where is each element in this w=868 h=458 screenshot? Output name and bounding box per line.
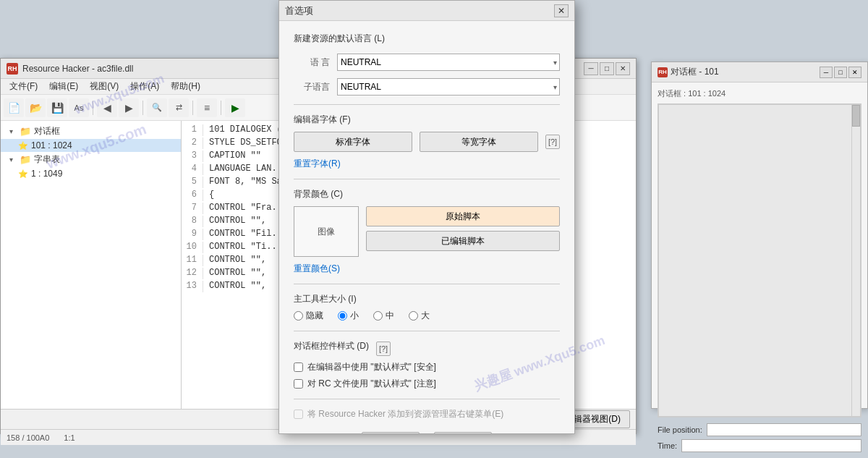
toolbar-size-title: 主工具栏大小 (I): [294, 293, 560, 305]
folder-icon2: 📁: [20, 154, 31, 165]
sublang-select[interactable]: NEUTRAL: [337, 78, 560, 96]
tree-label-1: 1 : 1049: [31, 169, 62, 179]
radio-hide[interactable]: 隐藏: [294, 310, 323, 322]
edited-script-button[interactable]: 已编辑脚本: [366, 231, 560, 251]
menu-edit[interactable]: 编辑(E): [43, 79, 84, 94]
context-menu-label: 将 Resource Hacker 添加到资源管理器右键菜单(E): [307, 408, 503, 420]
radio-large[interactable]: 大: [409, 310, 430, 322]
toolbar-sep3: [192, 101, 193, 115]
time-field: Time:: [658, 439, 861, 452]
lang-label: 语 言: [294, 56, 330, 69]
prefs-dialog: 首选项 ✕ 新建资源的默认语言 (L) 语 言 NEUTRAL ▾ 子语言 NE…: [278, 0, 575, 434]
editor-font-section: 编辑器字体 (F) 标准字体 等宽字体 [?] 重置字体(R): [294, 114, 560, 170]
radio-small-label: 小: [350, 310, 359, 322]
cancel-button[interactable]: 取消: [434, 432, 492, 433]
close-button[interactable]: ✕: [616, 62, 630, 75]
menu-action[interactable]: 操作(A): [124, 79, 165, 94]
toolbar-sep1: [93, 101, 93, 115]
radio-small-input[interactable]: [338, 311, 347, 321]
tree-label-stringtable: 字串表: [34, 153, 60, 166]
divider1: [294, 104, 560, 105]
maximize-button[interactable]: □: [600, 62, 614, 75]
dw-titlebar-buttons: ─ □ ✕: [820, 67, 861, 78]
sublang-label: 子语言: [294, 81, 330, 93]
sublang-row: 子语言 NEUTRAL ▾: [294, 78, 560, 96]
tree-panel: ▾ 📁 对话框 ⭐ 101 : 1024 ▾ 📁 字串表 ⭐ 1 : 1049: [1, 121, 182, 409]
dialog-action-buttons: 确定(O) 取消: [294, 432, 560, 433]
context-menu-checkbox-input[interactable]: [294, 410, 303, 419]
dialog-window: RH 对话框 - 101 ─ □ ✕ 对话框 : 101 : 1024 File…: [651, 62, 868, 409]
star-icon: ⭐: [18, 141, 28, 150]
checkbox-safe-label: 在编辑器中使用 "默认样式" [安全]: [307, 361, 436, 373]
checkbox-note-input[interactable]: [294, 379, 303, 389]
checkbox-note-label: 对 RC 文件使用 "默认样式" [注意]: [307, 378, 436, 390]
tree-arrow2: ▾: [9, 156, 17, 164]
checkbox-note[interactable]: 对 RC 文件使用 "默认样式" [注意]: [294, 378, 560, 390]
folder-icon: 📁: [20, 126, 31, 137]
toolbar-new[interactable]: 📄: [4, 98, 24, 117]
original-script-button[interactable]: 原始脚本: [366, 206, 560, 226]
dialog-window-titlebar: RH 对话框 - 101 ─ □ ✕: [652, 62, 867, 82]
editor-font-title: 编辑器字体 (F): [294, 114, 560, 126]
color-image-box[interactable]: 图像: [294, 206, 359, 257]
menu-help[interactable]: 帮助(H): [165, 79, 206, 94]
font-help-icon[interactable]: [?]: [545, 135, 560, 149]
dw-maximize-button[interactable]: □: [834, 67, 847, 78]
dialog-window-title: 对话框 - 101: [671, 66, 820, 78]
reset-font-link[interactable]: 重置字体(R): [294, 158, 341, 169]
toolbar-menu[interactable]: ≡: [197, 98, 217, 117]
toolbar-sep4: [221, 101, 221, 115]
radio-large-label: 大: [421, 310, 430, 322]
file-position-field: File position:: [658, 423, 861, 436]
toolbar-play[interactable]: ▶: [225, 98, 245, 117]
tree-item-stringtable-folder[interactable]: ▾ 📁 字串表: [1, 152, 181, 167]
ok-button[interactable]: 确定(O): [362, 432, 420, 433]
radio-large-input[interactable]: [409, 311, 418, 321]
context-menu-section: 将 Resource Hacker 添加到资源管理器右键菜单(E): [294, 408, 560, 420]
toolbar-search[interactable]: 🔍: [147, 98, 167, 117]
radio-medium-input[interactable]: [373, 311, 383, 321]
tree-label-101: 101 : 1024: [31, 140, 72, 150]
prefs-close-button[interactable]: ✕: [554, 4, 569, 17]
toolbar-back[interactable]: ◀: [97, 98, 117, 117]
tree-label-dialog: 对话框: [34, 125, 60, 137]
radio-medium-label: 中: [386, 310, 394, 322]
toolbar-save-as[interactable]: As: [69, 98, 89, 117]
minimize-button[interactable]: ─: [584, 62, 598, 75]
menu-file[interactable]: 文件(F): [4, 79, 43, 94]
dialog-style-help-icon[interactable]: [?]: [376, 342, 391, 356]
dw-status-area: File position: Time:: [658, 423, 861, 452]
checkbox-safe[interactable]: 在编辑器中使用 "默认样式" [安全]: [294, 361, 560, 373]
reset-color-link[interactable]: 重置颜色(S): [294, 263, 340, 273]
dw-minimize-button[interactable]: ─: [820, 67, 833, 78]
prefs-dialog-title: 首选项: [285, 4, 554, 17]
divider4: [294, 331, 560, 331]
tree-item-101-1024[interactable]: ⭐ 101 : 1024: [1, 139, 181, 152]
tree-item-dialog-folder[interactable]: ▾ 📁 对话框: [1, 124, 181, 139]
toolbar-replace[interactable]: ⇄: [169, 98, 189, 117]
context-menu-checkbox[interactable]: 将 Resource Hacker 添加到资源管理器右键菜单(E): [294, 408, 560, 420]
toolbar-open[interactable]: 📂: [25, 98, 46, 117]
scrollbar[interactable]: [851, 105, 860, 416]
status-zoom: 1:1: [64, 433, 75, 442]
file-position-input[interactable]: [707, 423, 861, 436]
standard-font-button[interactable]: 标准字体: [294, 132, 412, 152]
checkbox-safe-input[interactable]: [294, 362, 303, 372]
tree-item-1-1049[interactable]: ⭐ 1 : 1049: [1, 167, 181, 180]
bg-color-title: 背景颜色 (C): [294, 188, 560, 200]
lang-select[interactable]: NEUTRAL: [337, 54, 560, 71]
star-icon2: ⭐: [18, 169, 28, 179]
radio-hide-input[interactable]: [294, 311, 303, 321]
radio-medium[interactable]: 中: [373, 310, 394, 322]
dw-close-button[interactable]: ✕: [848, 67, 861, 78]
dw-subtitle: 对话框 : 101 : 1024: [658, 88, 861, 99]
file-position-label: File position:: [658, 425, 702, 434]
toolbar-forward[interactable]: ▶: [119, 98, 139, 117]
radio-small[interactable]: 小: [338, 310, 359, 322]
toolbar-save[interactable]: 💾: [47, 98, 67, 117]
mono-font-button[interactable]: 等宽字体: [420, 132, 538, 152]
menu-view[interactable]: 视图(V): [84, 79, 124, 94]
time-input[interactable]: [681, 439, 861, 452]
dw-icon: RH: [658, 67, 668, 77]
font-buttons: 标准字体 等宽字体 [?]: [294, 132, 560, 152]
